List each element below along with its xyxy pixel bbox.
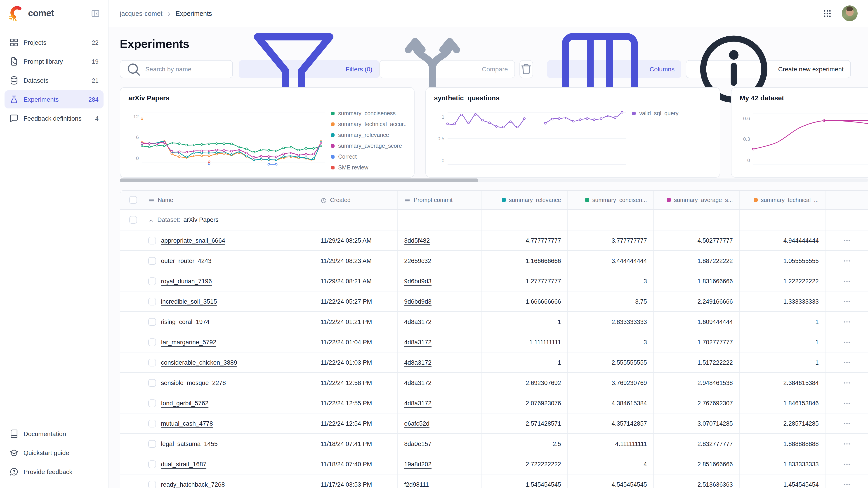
row-checkbox[interactable] bbox=[148, 277, 156, 285]
prompt-commit-link[interactable]: 4d8a3172 bbox=[404, 379, 432, 386]
row-checkbox[interactable] bbox=[148, 257, 156, 265]
column-header-summary-average-s[interactable]: summary_average_s... bbox=[653, 191, 739, 209]
brand-name: comet bbox=[28, 8, 54, 19]
legend-item-sme-review[interactable]: SME review bbox=[331, 162, 406, 169]
compare-button[interactable]: Compare bbox=[379, 60, 515, 78]
scrollbar-thumb[interactable] bbox=[120, 178, 478, 182]
experiment-name-link[interactable]: legal_satsuma_1455 bbox=[161, 440, 218, 447]
sidebar: comet Projects22Prompt library19Datasets… bbox=[0, 0, 108, 488]
prompt-commit-link[interactable]: 19a8d202 bbox=[404, 461, 432, 467]
row-actions-button[interactable] bbox=[843, 399, 850, 407]
column-header-summary-relevance[interactable]: summary_relevance bbox=[482, 191, 567, 209]
metric-card-my-42-dataset[interactable]: My 42 dataset00.30.6 bbox=[731, 87, 868, 177]
prompt-commit-link[interactable]: 8da0e157 bbox=[404, 440, 432, 447]
row-actions-button[interactable] bbox=[843, 420, 850, 427]
experiment-name-link[interactable]: incredible_soil_3515 bbox=[161, 298, 217, 305]
sidebar-footer-item-documentation[interactable]: Documentation bbox=[4, 425, 103, 443]
select-all-checkbox[interactable] bbox=[129, 196, 137, 204]
experiment-name-link[interactable]: dual_strait_1687 bbox=[161, 461, 206, 467]
legend-item-summary-relevance[interactable]: summary_relevance bbox=[331, 130, 406, 140]
legend-item-correct[interactable]: Correct bbox=[331, 151, 406, 162]
prompt-commit-link[interactable]: 4d8a3172 bbox=[404, 318, 432, 325]
experiment-name-link[interactable]: outer_router_4243 bbox=[161, 257, 212, 264]
experiment-name-link[interactable]: sensible_mosque_2278 bbox=[161, 379, 226, 386]
column-header-prompt-commit[interactable]: Prompt commit bbox=[397, 191, 482, 209]
delete-button[interactable] bbox=[520, 60, 533, 78]
sidebar-footer-item-provide-feedback[interactable]: Provide feedback bbox=[4, 463, 103, 481]
row-checkbox[interactable] bbox=[148, 297, 156, 305]
metric-card-arxiv-papers[interactable]: arXiv Papers0612summary_concisenesssumma… bbox=[120, 87, 414, 177]
experiment-name-link[interactable]: appropriate_snail_6664 bbox=[161, 237, 225, 244]
row-actions-button[interactable] bbox=[843, 460, 850, 468]
sidebar-item-datasets[interactable]: Datasets21 bbox=[4, 71, 103, 90]
prompt-commit-link[interactable]: 4d8a3172 bbox=[404, 339, 432, 346]
experiment-name-link[interactable]: far_margarine_5792 bbox=[161, 339, 216, 346]
experiment-name-link[interactable]: fond_gerbil_5762 bbox=[161, 400, 209, 406]
row-actions-button[interactable] bbox=[843, 338, 850, 346]
svg-text:0.3: 0.3 bbox=[743, 136, 750, 142]
row-actions-button[interactable] bbox=[843, 379, 850, 387]
row-actions-button[interactable] bbox=[843, 277, 850, 285]
row-actions-button[interactable] bbox=[843, 236, 850, 244]
metric-value-cell: 2.571428571 bbox=[482, 414, 567, 433]
prompt-commit-link[interactable]: 4d8a3172 bbox=[404, 359, 432, 366]
experiment-name-link[interactable]: rising_coral_1974 bbox=[161, 318, 210, 325]
experiment-name-link[interactable]: royal_durian_7196 bbox=[161, 278, 212, 285]
legend-item-summary-average-score[interactable]: summary_average_score bbox=[331, 140, 406, 151]
prompt-commit-link[interactable]: 4d8a3172 bbox=[404, 400, 432, 406]
row-checkbox[interactable] bbox=[148, 440, 156, 448]
row-actions-button[interactable] bbox=[843, 257, 850, 265]
experiment-name-link[interactable]: mutual_cash_4778 bbox=[161, 420, 213, 427]
row-checkbox[interactable] bbox=[148, 460, 156, 468]
row-actions-button[interactable] bbox=[843, 297, 850, 305]
row-actions-button[interactable] bbox=[843, 440, 850, 448]
sidebar-footer-item-quickstart-guide[interactable]: Quickstart guide bbox=[4, 444, 103, 462]
row-checkbox[interactable] bbox=[148, 420, 156, 427]
row-checkbox[interactable] bbox=[148, 236, 156, 244]
prompt-commit-link[interactable]: 22659c32 bbox=[404, 257, 431, 264]
sidebar-item-prompt-library[interactable]: Prompt library19 bbox=[4, 53, 103, 70]
legend-item-summary-conciseness[interactable]: summary_conciseness bbox=[331, 108, 406, 119]
experiment-name-link[interactable]: ready_hatchback_7268 bbox=[161, 481, 225, 488]
row-actions-button[interactable] bbox=[843, 359, 850, 366]
prompt-commit-link[interactable]: 9d6bd9d3 bbox=[404, 298, 432, 305]
legend-item-summary-technical-accur[interactable]: summary_technical_accur... bbox=[331, 119, 406, 130]
prompt-commit-link[interactable]: e6afc52d bbox=[404, 420, 430, 427]
row-actions-button[interactable] bbox=[843, 481, 850, 488]
row-checkbox[interactable] bbox=[148, 399, 156, 407]
dataset-link[interactable]: arXiv Papers bbox=[183, 217, 219, 223]
column-header-summary-technical[interactable]: summary_technical_... bbox=[739, 191, 825, 209]
column-header-created[interactable]: Created bbox=[314, 191, 397, 209]
created-cell: 11/18/24 07:41 PM bbox=[314, 434, 397, 454]
created-cell: 11/22/24 05:27 PM bbox=[314, 291, 397, 311]
collapse-sidebar-button[interactable] bbox=[91, 9, 100, 18]
legend-item-valid-sql-query[interactable]: valid_sql_query bbox=[632, 108, 712, 119]
experiment-name-link[interactable]: considerable_chicken_3889 bbox=[161, 359, 237, 366]
breadcrumb-project[interactable]: jacques-comet bbox=[120, 10, 162, 17]
apps-grid-button[interactable] bbox=[823, 9, 832, 18]
sidebar-item-feedback-definitions[interactable]: Feedback definitions4 bbox=[4, 109, 103, 127]
metric-card-synthetic-questions[interactable]: synthetic_questions00.51valid_sql_query bbox=[426, 87, 720, 177]
filters-button[interactable]: Filters (0) bbox=[239, 60, 379, 78]
row-checkbox[interactable] bbox=[148, 318, 156, 326]
row-checkbox[interactable] bbox=[148, 359, 156, 366]
sidebar-item-projects[interactable]: Projects22 bbox=[4, 33, 103, 52]
prompt-commit-link[interactable]: 9d6bd9d3 bbox=[404, 278, 432, 285]
prompt-commit-link[interactable]: f2d98111 bbox=[404, 481, 429, 488]
column-header-summary-concisen[interactable]: summary_concisen... bbox=[567, 191, 653, 209]
experiment-row-outer-router-4243: outer_router_424311/29/24 08:23 AM22659c… bbox=[120, 251, 868, 271]
row-checkbox[interactable] bbox=[148, 481, 156, 488]
metric-value-cell: 2.5 bbox=[482, 434, 567, 454]
create-new-experiment-button[interactable]: Create new experiment bbox=[686, 60, 851, 78]
search-input[interactable] bbox=[145, 66, 227, 73]
row-checkbox[interactable] bbox=[148, 338, 156, 346]
sidebar-item-experiments[interactable]: Experiments284 bbox=[4, 90, 103, 108]
user-avatar[interactable] bbox=[842, 5, 858, 21]
row-actions-button[interactable] bbox=[843, 318, 850, 326]
group-checkbox[interactable] bbox=[129, 216, 137, 224]
columns-button[interactable]: Columns bbox=[547, 60, 681, 78]
sidebar-item-label: Experiments bbox=[24, 96, 59, 103]
row-checkbox[interactable] bbox=[148, 379, 156, 387]
column-header-name[interactable]: Name bbox=[142, 191, 314, 209]
prompt-commit-link[interactable]: 3dd5f482 bbox=[404, 237, 430, 244]
